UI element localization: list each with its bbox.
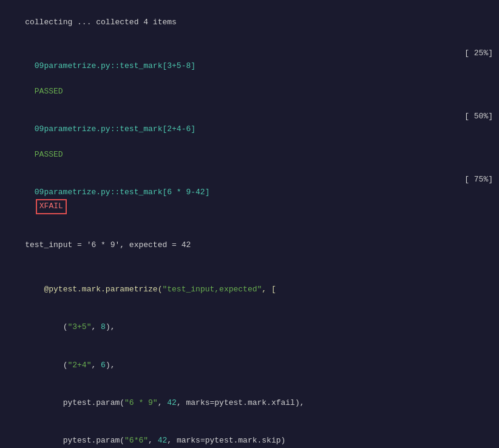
test1-text: 09parametrize.py::test_mark[3+5-8] PASSE… <box>6 47 195 110</box>
test-result-2: 09parametrize.py::test_mark[2+4-6] PASSE… <box>6 110 493 174</box>
test3-detail: test_input = '6 * 9', expected = 42 <box>25 240 191 249</box>
test2-text: 09parametrize.py::test_mark[2+4-6] PASSE… <box>6 110 195 174</box>
code-line-3: pytest.param("6 * 9", 42, marks=pytest.m… <box>6 384 493 422</box>
test2-pct: [ 50%] <box>464 110 493 174</box>
code-line-2: ("2+4", 6), <box>6 347 493 384</box>
terminal-output: collecting ... collected 4 items 09param… <box>6 4 493 444</box>
test2-space <box>35 137 39 146</box>
test1-pct: [ 25%] <box>464 47 493 110</box>
collect-line: collecting ... collected 4 items <box>6 4 493 41</box>
test2-name: 09parametrize.py::test_mark[2+4-6] <box>35 124 195 134</box>
test3-status-badge: XFAIL <box>36 199 67 214</box>
code-text-0: @pytest.mark.parametrize("test_input,exp… <box>25 285 276 294</box>
test1-name: 09parametrize.py::test_mark[3+5-8] <box>35 61 195 70</box>
test2-status: PASSED <box>35 150 63 159</box>
code-line-4: pytest.param("6*6", 42, marks=pytest.mar… <box>6 423 493 449</box>
code-text-1: ("3+5", 8), <box>25 322 115 331</box>
test3-text: 09parametrize.py::test_mark[6 * 9-42] XF… <box>6 174 209 226</box>
code-text-2: ("2+4", 6), <box>25 361 115 370</box>
code-line-0: @pytest.mark.parametrize("test_input,exp… <box>6 271 493 308</box>
code-text-4: pytest.param("6*6", 42, marks=pytest.mar… <box>25 436 285 445</box>
test1-status: PASSED <box>35 87 63 96</box>
test-result-1: 09parametrize.py::test_mark[3+5-8] PASSE… <box>6 47 493 110</box>
code-text-3: pytest.param("6 * 9", 42, marks=pytest.m… <box>25 398 304 407</box>
test-result-3: 09parametrize.py::test_mark[6 * 9-42] XF… <box>6 174 493 226</box>
test3-detail-line: test_input = '6 * 9', expected = 42 <box>6 227 493 265</box>
test3-pct: [ 75%] <box>464 174 493 226</box>
collect-text: collecting ... collected 4 items <box>25 18 177 27</box>
code-line-1: ("3+5", 8), <box>6 308 493 346</box>
test3-name: 09parametrize.py::test_mark[6 * 9-42] <box>35 188 210 197</box>
test1-space <box>35 74 39 83</box>
